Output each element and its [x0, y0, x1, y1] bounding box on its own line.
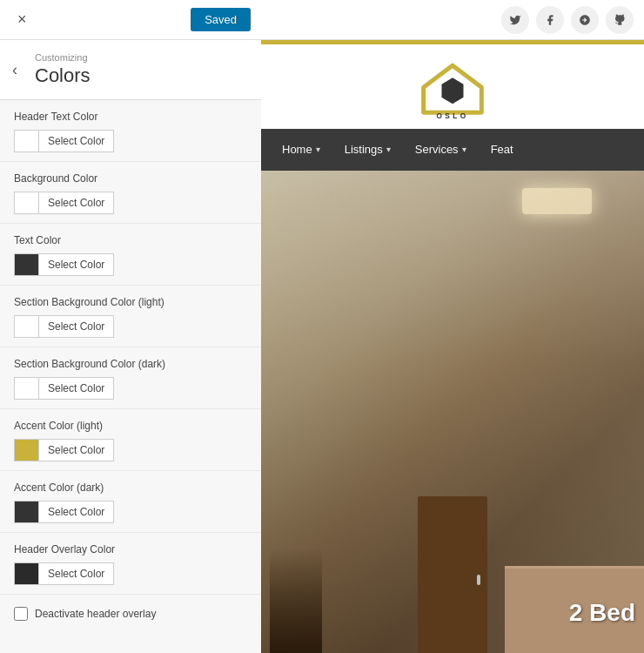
color-item-accent-dark: Accent Color (dark)Select Color: [0, 471, 261, 533]
sidebar-header: ‹ Customizing Colors: [0, 40, 261, 100]
color-item-text-color: Text ColorSelect Color: [0, 224, 261, 286]
sidebar: ‹ Customizing Colors Header Text ColorSe…: [0, 40, 261, 653]
color-item-header-text-color: Header Text ColorSelect Color: [0, 100, 261, 162]
color-select-btn-background-color[interactable]: Select Color: [38, 192, 114, 214]
color-selector-background-color: Select Color: [14, 192, 247, 214]
color-label-section-bg-dark: Section Background Color (dark): [14, 358, 247, 370]
admin-bar-left: × Saved: [0, 7, 261, 32]
main-layout: ‹ Customizing Colors Header Text ColorSe…: [0, 40, 644, 653]
color-item-section-bg-light: Section Background Color (light)Select C…: [0, 286, 261, 347]
color-label-text-color: Text Color: [14, 234, 247, 246]
color-swatch-header-overlay[interactable]: [14, 562, 38, 585]
sidebar-content: Header Text ColorSelect ColorBackground …: [0, 100, 261, 653]
nav-chevron-home: ▾: [316, 145, 320, 154]
color-label-background-color: Background Color: [14, 172, 247, 185]
color-selector-header-overlay: Select Color: [14, 562, 247, 585]
color-label-section-bg-light: Section Background Color (light): [14, 296, 247, 308]
saved-button[interactable]: Saved: [191, 8, 251, 31]
sidebar-breadcrumb: Customizing: [35, 52, 247, 63]
deactivate-header-overlay-checkbox[interactable]: [14, 607, 28, 621]
sidebar-title: Colors: [35, 64, 247, 87]
twitter-icon[interactable]: [501, 6, 529, 34]
svg-text:OSLO: OSLO: [437, 111, 469, 120]
door-handle: [477, 575, 480, 585]
nav-item-home[interactable]: Home▾: [270, 129, 332, 171]
admin-bar-right: [261, 6, 644, 34]
door-shape: [418, 496, 487, 653]
color-swatch-background-color[interactable]: [14, 192, 38, 214]
color-select-btn-header-overlay[interactable]: Select Color: [38, 562, 114, 585]
color-selector-header-text-color: Select Color: [14, 130, 247, 152]
facebook-icon[interactable]: [536, 6, 564, 34]
color-select-btn-accent-dark[interactable]: Select Color: [38, 501, 114, 523]
logo-area: OSLO: [261, 44, 644, 129]
color-selector-text-color: Select Color: [14, 253, 247, 276]
nav-item-services[interactable]: Services▾: [403, 129, 479, 171]
color-selector-section-bg-light: Select Color: [14, 315, 247, 338]
preview-area: OSLO Home▾Listings▾Services▾Feat 2 Bed: [261, 40, 644, 653]
nav-bar: Home▾Listings▾Services▾Feat: [261, 129, 644, 171]
admin-bar: × Saved: [0, 0, 644, 40]
ceiling-light: [522, 188, 592, 214]
nav-chevron-services: ▾: [462, 145, 466, 154]
nav-item-feat[interactable]: Feat: [479, 129, 526, 171]
color-selector-accent-light: Select Color: [14, 439, 247, 461]
color-select-btn-header-text-color[interactable]: Select Color: [38, 130, 114, 152]
color-item-accent-light: Accent Color (light)Select Color: [0, 409, 261, 471]
color-swatch-section-bg-dark[interactable]: [14, 377, 38, 400]
deactivate-header-overlay-label: Deactivate header overlay: [35, 608, 156, 620]
color-label-header-text-color: Header Text Color: [14, 111, 247, 123]
color-swatch-accent-light[interactable]: [14, 439, 38, 461]
color-item-section-bg-dark: Section Background Color (dark)Select Co…: [0, 347, 261, 409]
color-select-btn-text-color[interactable]: Select Color: [38, 253, 114, 276]
color-label-accent-light: Accent Color (light): [14, 420, 247, 432]
color-selector-accent-dark: Select Color: [14, 501, 247, 523]
plant-decoration: [270, 549, 322, 653]
color-swatch-accent-dark[interactable]: [14, 501, 38, 523]
github-icon[interactable]: [606, 6, 634, 34]
color-label-header-overlay: Header Overlay Color: [14, 543, 247, 555]
header-overlay-checkbox-row: Deactivate header overlay: [0, 595, 261, 633]
nav-item-listings[interactable]: Listings▾: [332, 129, 403, 171]
googleplus-icon[interactable]: [571, 6, 599, 34]
color-swatch-header-text-color[interactable]: [14, 130, 38, 152]
color-select-btn-section-bg-light[interactable]: Select Color: [38, 315, 114, 338]
close-button[interactable]: ×: [10, 7, 34, 32]
color-select-btn-section-bg-dark[interactable]: Select Color: [38, 377, 114, 400]
hero-text: 2 Bed: [569, 599, 635, 627]
color-item-header-overlay: Header Overlay ColorSelect Color: [0, 533, 261, 595]
color-select-btn-accent-light[interactable]: Select Color: [38, 439, 114, 461]
hero-area: 2 Bed: [261, 171, 644, 653]
color-item-background-color: Background ColorSelect Color: [0, 162, 261, 224]
svg-marker-1: [442, 77, 464, 104]
color-swatch-text-color[interactable]: [14, 253, 38, 276]
color-swatch-section-bg-light[interactable]: [14, 315, 38, 338]
hero-background: 2 Bed: [261, 171, 644, 653]
color-label-accent-dark: Accent Color (dark): [14, 481, 247, 494]
nav-chevron-listings: ▾: [386, 145, 391, 154]
back-button[interactable]: ‹: [9, 57, 21, 83]
color-selector-section-bg-dark: Select Color: [14, 377, 247, 400]
